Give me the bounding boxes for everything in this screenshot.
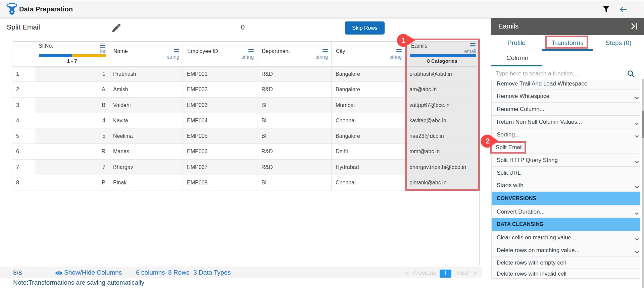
svg-text:2: 2: [486, 137, 490, 145]
svg-text:1: 1: [401, 36, 405, 45]
